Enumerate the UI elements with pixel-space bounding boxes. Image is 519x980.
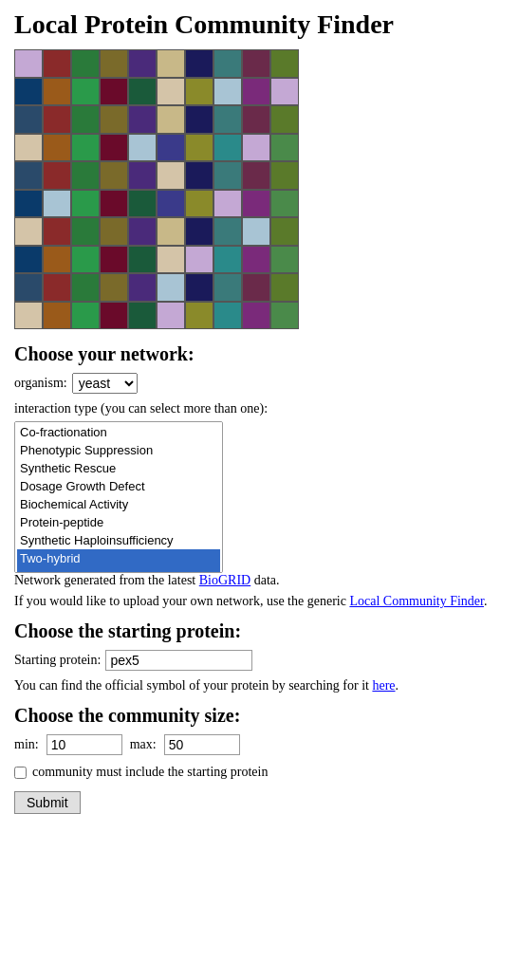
grid-cell <box>270 78 299 106</box>
organism-select[interactable]: yeast human mouse fly worm <box>72 373 138 394</box>
local-community-finder-link[interactable]: Local Community Finder <box>349 594 484 608</box>
grid-cell <box>128 161 157 190</box>
grid-cell <box>157 190 185 218</box>
grid-cell <box>213 190 242 218</box>
grid-cell <box>213 78 242 106</box>
grid-cell <box>14 78 43 106</box>
checkbox-row: community must include the starting prot… <box>14 765 505 780</box>
grid-cell <box>270 105 299 134</box>
community-size-section: Choose the community size: min: max: com… <box>14 705 505 814</box>
option-two-hybrid[interactable]: Two-hybrid <box>17 549 220 567</box>
grid-cell <box>128 78 157 106</box>
grid-cell <box>213 105 242 134</box>
grid-cell <box>100 49 128 78</box>
upload-before-text: If you would like to upload your own net… <box>14 594 349 608</box>
option-synthetic-rescue[interactable]: Synthetic Rescue <box>17 459 220 477</box>
size-row: min: max: <box>14 734 505 755</box>
grid-cell <box>213 273 242 302</box>
grid-cell <box>14 217 43 246</box>
grid-cell <box>242 161 270 190</box>
grid-cell <box>14 302 43 330</box>
find-before-text: You can find the official symbol of your… <box>14 678 372 693</box>
grid-cell <box>185 161 213 190</box>
grid-cell <box>213 161 242 190</box>
page-title: Local Protein Community Finder <box>14 9 505 40</box>
max-input[interactable] <box>164 734 240 755</box>
option-protein-peptide[interactable]: Protein-peptide <box>17 513 220 531</box>
grid-cell <box>128 190 157 218</box>
grid-cell <box>213 217 242 246</box>
option-phenotypic-suppression[interactable]: Phenotypic Suppression <box>17 441 220 459</box>
grid-cell <box>242 190 270 218</box>
grid-cell <box>157 302 185 330</box>
biogrid-after-text: data. <box>250 573 279 587</box>
biogrid-text: Network generated from the latest BioGRI… <box>14 573 505 588</box>
option-affinity-capture-western[interactable]: Affinity Capture-Western <box>17 567 220 573</box>
interaction-type-select[interactable]: Co-fractionation Phenotypic Suppression … <box>14 421 223 573</box>
grid-cell <box>43 190 71 218</box>
grid-cell <box>71 134 100 162</box>
grid-cell <box>128 105 157 134</box>
grid-cell <box>128 302 157 330</box>
grid-cell <box>100 78 128 106</box>
grid-cell <box>43 302 71 330</box>
option-dosage-growth-defect[interactable]: Dosage Growth Defect <box>17 477 220 495</box>
interaction-type-label: interaction type (you can select more th… <box>14 401 505 416</box>
grid-cell <box>185 302 213 330</box>
grid-cell <box>43 105 71 134</box>
find-after-text: . <box>396 678 399 693</box>
grid-cell <box>157 217 185 246</box>
grid-cell <box>185 217 213 246</box>
grid-cell <box>157 246 185 274</box>
upload-text: If you would like to upload your own net… <box>14 594 505 609</box>
starting-protein-input[interactable] <box>105 650 252 671</box>
grid-cell <box>43 273 71 302</box>
grid-cell <box>14 273 43 302</box>
grid-cell <box>242 217 270 246</box>
grid-cell <box>100 246 128 274</box>
grid-cell <box>43 49 71 78</box>
min-input[interactable] <box>46 734 122 755</box>
grid-cell <box>270 190 299 218</box>
grid-cell <box>14 105 43 134</box>
starting-protein-section: Choose the starting protein: Starting pr… <box>14 620 505 693</box>
grid-cell <box>157 78 185 106</box>
grid-cell <box>242 246 270 274</box>
here-link[interactable]: here <box>372 678 395 693</box>
max-label: max: <box>130 737 157 752</box>
grid-cell <box>270 246 299 274</box>
grid-cell <box>14 190 43 218</box>
option-biochemical-activity[interactable]: Biochemical Activity <box>17 495 220 513</box>
grid-cell <box>100 134 128 162</box>
grid-cell <box>157 273 185 302</box>
option-synthetic-haploinsufficiency[interactable]: Synthetic Haploinsufficiency <box>17 531 220 549</box>
include-starting-protein-checkbox[interactable] <box>14 767 27 779</box>
grid-cell <box>242 78 270 106</box>
min-label: min: <box>14 737 39 752</box>
grid-cell <box>185 190 213 218</box>
option-co-fractionation[interactable]: Co-fractionation <box>17 423 220 441</box>
grid-cell <box>157 161 185 190</box>
biogrid-link[interactable]: BioGRID <box>199 573 250 587</box>
submit-button[interactable] <box>14 791 81 814</box>
grid-cell <box>71 190 100 218</box>
grid-cell <box>14 246 43 274</box>
grid-cell <box>157 49 185 78</box>
choose-network-section: Choose your network: organism: yeast hum… <box>14 343 505 609</box>
grid-cell <box>100 161 128 190</box>
grid-cell <box>71 78 100 106</box>
organism-label: organism: <box>14 376 67 391</box>
grid-cell <box>213 49 242 78</box>
grid-cell <box>157 134 185 162</box>
grid-cell <box>185 49 213 78</box>
grid-cell <box>185 105 213 134</box>
grid-cell <box>242 134 270 162</box>
grid-cell <box>71 105 100 134</box>
grid-cell <box>242 49 270 78</box>
grid-cell <box>270 273 299 302</box>
grid-cell <box>128 246 157 274</box>
grid-cell <box>270 134 299 162</box>
grid-cell <box>128 49 157 78</box>
starting-protein-row: Starting protein: <box>14 650 505 671</box>
choose-network-heading: Choose your network: <box>14 343 505 365</box>
